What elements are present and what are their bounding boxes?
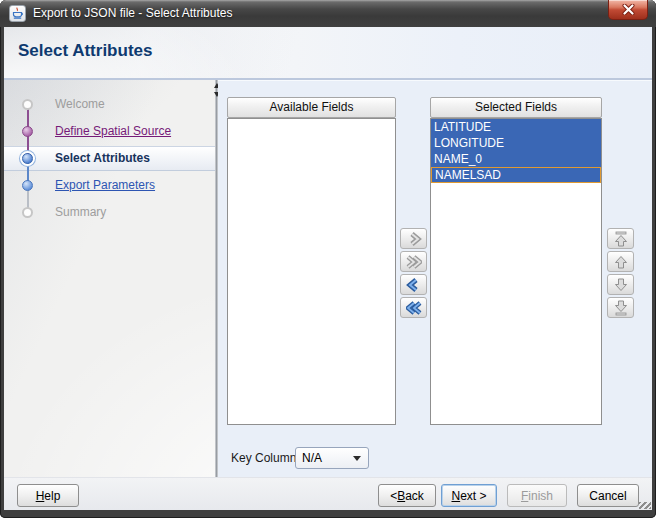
window-title: Export to JSON file - Select Attributes xyxy=(33,6,232,20)
move-right-icon xyxy=(406,232,422,246)
move-to-top-button xyxy=(607,228,634,249)
move-all-left-icon xyxy=(406,301,422,315)
label-part: B xyxy=(397,489,405,503)
list-item[interactable]: NAME_0 xyxy=(431,151,601,167)
next-button[interactable]: Next > xyxy=(441,484,497,507)
list-item[interactable]: LATITUDE xyxy=(431,119,601,135)
label-part: inish xyxy=(528,489,553,503)
move-left-icon xyxy=(406,278,422,292)
attributes-panel: Available Fields Selected Fields LATITUD… xyxy=(218,80,652,477)
move-up-button xyxy=(607,251,634,272)
move-to-bottom-button xyxy=(607,297,634,318)
selected-fields-list[interactable]: LATITUDE LONGITUDE NAME_0 NAMELSAD xyxy=(430,118,602,425)
move-to-top-icon xyxy=(614,231,628,247)
dialog-body: Select Attributes Welcome Define Spatial… xyxy=(4,27,652,510)
step-select-attributes: Select Attributes xyxy=(4,146,215,170)
back-button[interactable]: < Back xyxy=(378,484,436,507)
key-column-label: Key Column: xyxy=(231,447,300,469)
label-part: < xyxy=(390,489,397,503)
step-circle-icon xyxy=(22,153,33,164)
step-summary: Summary xyxy=(4,200,215,224)
button-bar: Help < Back Next > Finish Cancel xyxy=(4,477,652,510)
label-part: H xyxy=(36,489,45,503)
step-export-parameters[interactable]: Export Parameters xyxy=(4,173,215,197)
help-button[interactable]: Help xyxy=(17,484,79,507)
titlebar[interactable]: Export to JSON file - Select Attributes xyxy=(0,0,656,27)
label-part: F xyxy=(521,489,528,503)
label-part: Cancel xyxy=(589,489,626,503)
finish-button: Finish xyxy=(507,484,567,507)
step-circle-icon xyxy=(22,207,33,218)
label-part: elp xyxy=(44,489,60,503)
label-part: ext > xyxy=(460,489,486,503)
step-link[interactable]: Define Spatial Source xyxy=(55,124,171,138)
selected-fields-header[interactable]: Selected Fields xyxy=(430,97,602,118)
java-icon xyxy=(9,5,26,22)
move-all-right-icon xyxy=(406,255,422,269)
move-down-button xyxy=(607,274,634,295)
move-all-right-button xyxy=(400,251,427,272)
close-button[interactable] xyxy=(608,0,648,20)
list-item-focused[interactable]: NAMELSAD xyxy=(431,167,601,183)
available-fields-list[interactable] xyxy=(227,118,396,425)
step-welcome: Welcome xyxy=(4,92,215,116)
label-part: ack xyxy=(405,489,424,503)
cancel-button[interactable]: Cancel xyxy=(577,484,639,507)
key-column-dropdown[interactable]: N/A xyxy=(295,447,369,469)
move-down-icon xyxy=(614,277,628,293)
step-circle-icon xyxy=(22,99,33,110)
resize-grip[interactable] xyxy=(639,502,651,509)
close-icon xyxy=(622,4,635,15)
wizard-header: Select Attributes xyxy=(4,27,652,80)
move-left-button[interactable] xyxy=(400,274,427,295)
move-to-bottom-icon xyxy=(614,300,628,316)
available-fields-header[interactable]: Available Fields xyxy=(227,97,396,118)
wizard-main: Welcome Define Spatial Source Select Att… xyxy=(4,80,652,477)
wizard-window: Export to JSON file - Select Attributes … xyxy=(0,0,656,518)
step-define-spatial-source[interactable]: Define Spatial Source xyxy=(4,119,215,143)
step-label: Welcome xyxy=(55,97,105,111)
step-label: Select Attributes xyxy=(55,151,150,165)
list-item[interactable]: LONGITUDE xyxy=(431,135,601,151)
step-circle-icon xyxy=(22,126,33,137)
label-part: N xyxy=(451,489,460,503)
move-right-button xyxy=(400,228,427,249)
page-title: Select Attributes xyxy=(18,41,152,61)
wizard-steps-sidebar: Welcome Define Spatial Source Select Att… xyxy=(4,80,215,477)
step-label: Summary xyxy=(55,205,106,219)
move-up-icon xyxy=(614,254,628,270)
step-link[interactable]: Export Parameters xyxy=(55,178,155,192)
step-circle-icon xyxy=(22,180,33,191)
key-column-value: N/A xyxy=(302,451,322,465)
dropdown-arrow-icon xyxy=(353,456,361,461)
move-all-left-button[interactable] xyxy=(400,297,427,318)
